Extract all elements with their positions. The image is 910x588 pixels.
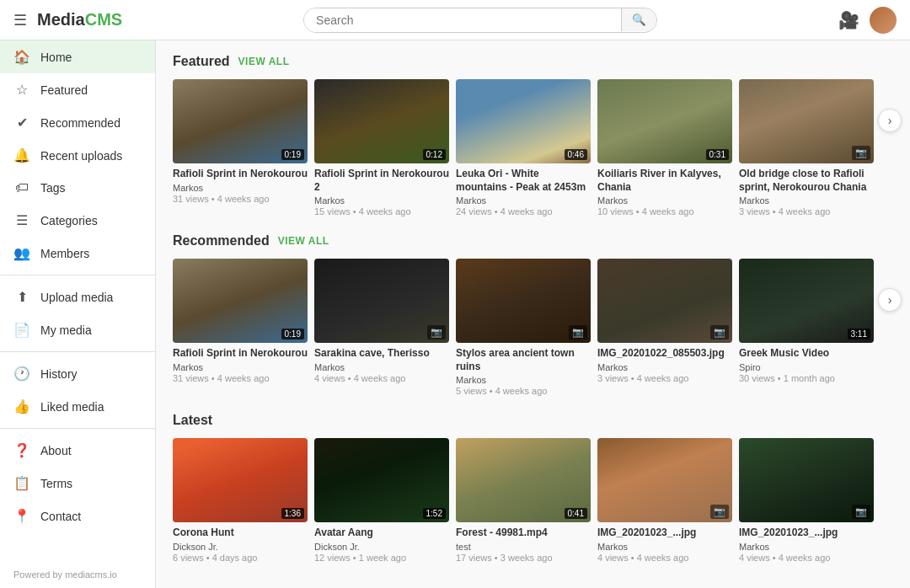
latest-thumb-0: 1:36 xyxy=(173,438,308,522)
search-bar: 🔍 xyxy=(303,8,657,33)
featured-card-3[interactable]: 0:31 Koiliaris River in Kalyves, Chania … xyxy=(597,79,732,216)
sidebar-divider-3 xyxy=(0,428,155,429)
latest-card-3[interactable]: 📷 IMG_20201023_...jpg Markos 4 views • 4… xyxy=(597,438,732,563)
recommended-thumb-1: 📷 xyxy=(314,259,449,343)
sidebar-label-my-media: My media xyxy=(40,323,92,337)
sidebar-item-recommended[interactable]: ✔ Recommended xyxy=(0,106,155,139)
contact-icon: 📍 xyxy=(13,508,30,524)
sidebar-item-contact[interactable]: 📍 Contact xyxy=(0,500,155,532)
thumbsup-icon: 👍 xyxy=(13,398,30,414)
sidebar-label-history: History xyxy=(40,367,78,381)
featured-card-2[interactable]: 0:46 Leuka Ori - White mountains - Peak … xyxy=(456,79,591,216)
latest-card-author-4: Markos xyxy=(739,542,874,552)
latest-card-2[interactable]: 0:41 Forest - 49981.mp4 test 17 views • … xyxy=(456,438,591,563)
recommended-card-3[interactable]: 📷 IMG_20201022_085503.jpg Markos 3 views… xyxy=(597,259,732,396)
latest-thumb-3: 📷 xyxy=(597,438,732,522)
photo-icon: 📷 xyxy=(852,146,870,160)
recommended-thumb-3: 📷 xyxy=(597,259,732,343)
sidebar-label-members: Members xyxy=(40,247,89,260)
featured-card-meta-0: 31 views • 4 weeks ago xyxy=(173,194,308,204)
recommended-thumb-2: 📷 xyxy=(456,259,591,343)
recommended-card-meta-0: 31 views • 4 weeks ago xyxy=(173,373,308,383)
recommended-card-meta-2: 5 views • 4 weeks ago xyxy=(456,386,591,396)
featured-thumb-2: 0:46 xyxy=(456,79,591,163)
latest-thumb-2: 0:41 xyxy=(456,438,591,522)
sidebar-item-featured[interactable]: ☆ Featured xyxy=(0,73,155,106)
recommended-card-author-1: Markos xyxy=(314,362,449,372)
sidebar-item-home[interactable]: 🏠 Home xyxy=(0,40,155,73)
recommended-card-0[interactable]: 0:19 Rafioli Sprint in Nerokourou Markos… xyxy=(173,259,308,396)
search-button[interactable]: 🔍 xyxy=(621,8,656,31)
recommended-section-header: Recommended VIEW ALL xyxy=(173,233,893,249)
latest-card-0[interactable]: 1:36 Corona Hunt Dickson Jr. 6 views • 4… xyxy=(173,438,308,563)
recommended-card-title-0: Rafioli Sprint in Nerokourou xyxy=(173,347,308,361)
latest-card-4[interactable]: 📷 IMG_20201023_...jpg Markos 4 views • 4… xyxy=(739,438,874,563)
duration-badge: 0:12 xyxy=(423,149,446,160)
featured-card-4[interactable]: 📷 Old bridge close to Rafioli sprint, Ne… xyxy=(739,79,874,216)
sidebar-item-recent-uploads[interactable]: 🔔 Recent uploads xyxy=(0,139,155,172)
latest-grid: 1:36 Corona Hunt Dickson Jr. 6 views • 4… xyxy=(173,438,893,563)
search-input[interactable] xyxy=(304,8,621,32)
content-area: Featured VIEW ALL 0:19 Rafioli Sprint in… xyxy=(156,40,910,588)
sidebar-label-categories: Categories xyxy=(40,214,98,227)
photo-icon: 📷 xyxy=(427,325,446,339)
featured-thumb-3: 0:31 xyxy=(597,79,732,163)
recommended-card-1[interactable]: 📷 Sarakina cave, Therisso Markos 4 views… xyxy=(314,259,449,396)
sidebar-item-about[interactable]: ❓ About xyxy=(0,434,155,467)
sidebar-item-upload-media[interactable]: ⬆ Upload media xyxy=(0,281,155,313)
latest-card-title-4: IMG_20201023_...jpg xyxy=(739,527,874,540)
sidebar-item-categories[interactable]: ☰ Categories xyxy=(0,204,155,237)
featured-card-meta-2: 24 views • 4 weeks ago xyxy=(456,206,591,216)
recommended-card-meta-1: 4 views • 4 weeks ago xyxy=(314,373,449,383)
latest-card-author-3: Markos xyxy=(597,542,732,552)
recommended-next-arrow[interactable]: › xyxy=(878,288,902,312)
recommended-card-4[interactable]: 3:11 Greek Music Video Spiro 30 views • … xyxy=(739,259,874,396)
sidebar-item-my-media[interactable]: 📄 My media xyxy=(0,313,155,346)
latest-card-meta-3: 4 views • 4 weeks ago xyxy=(597,553,732,563)
sidebar-item-history[interactable]: 🕐 History xyxy=(0,357,155,390)
featured-next-arrow[interactable]: › xyxy=(878,109,902,132)
featured-card-title-4: Old bridge close to Rafioli sprint, Nero… xyxy=(739,168,874,194)
video-upload-icon[interactable]: 🎥 xyxy=(838,10,859,30)
featured-thumb-4: 📷 xyxy=(739,79,874,163)
recommended-thumb-0: 0:19 xyxy=(173,259,308,343)
recommended-card-author-0: Markos xyxy=(173,362,308,372)
sidebar-divider-1 xyxy=(0,275,155,275)
duration-badge: 3:11 xyxy=(848,329,870,339)
featured-card-0[interactable]: 0:19 Rafioli Sprint in Nerokourou Markos… xyxy=(173,79,308,216)
terms-icon: 📋 xyxy=(13,475,30,491)
photo-icon: 📷 xyxy=(852,505,870,519)
recommended-title: Recommended xyxy=(173,233,270,249)
latest-card-1[interactable]: 1:52 Avatar Aang Dickson Jr. 12 views • … xyxy=(314,438,449,563)
recommended-view-all[interactable]: VIEW ALL xyxy=(278,235,329,247)
sidebar-item-liked-media[interactable]: 👍 Liked media xyxy=(0,390,155,423)
featured-view-all[interactable]: VIEW ALL xyxy=(238,56,290,67)
latest-card-meta-2: 17 views • 3 weeks ago xyxy=(456,553,591,563)
menu-icon[interactable]: ☰ xyxy=(13,11,27,29)
sidebar-item-tags[interactable]: 🏷 Tags xyxy=(0,172,155,204)
latest-card-meta-1: 12 views • 1 week ago xyxy=(314,553,449,563)
photo-icon: 📷 xyxy=(710,505,729,519)
sidebar-item-members[interactable]: 👥 Members xyxy=(0,237,155,270)
avatar[interactable] xyxy=(870,7,897,34)
recommended-card-author-2: Markos xyxy=(456,375,591,385)
featured-thumb-0: 0:19 xyxy=(173,79,308,163)
featured-card-title-1: Rafioli Sprint in Nerokourou 2 xyxy=(314,168,449,194)
sidebar-item-terms[interactable]: 📋 Terms xyxy=(0,467,155,500)
featured-card-author-1: Markos xyxy=(314,195,449,206)
file-icon: 📄 xyxy=(13,322,30,338)
sidebar-footer: Powered by mediacms.io xyxy=(0,561,155,588)
recommended-card-author-3: Markos xyxy=(597,362,732,372)
duration-badge: 0:41 xyxy=(565,508,587,519)
featured-thumb-1: 0:12 xyxy=(314,79,449,163)
recommended-card-2[interactable]: 📷 Stylos area ancient town ruins Markos … xyxy=(456,259,591,396)
sidebar-label-recommended: Recommended xyxy=(40,116,120,130)
members-icon: 👥 xyxy=(13,245,30,261)
featured-card-title-0: Rafioli Sprint in Nerokourou xyxy=(173,168,308,181)
featured-card-meta-1: 15 views • 4 weeks ago xyxy=(314,206,449,216)
featured-card-1[interactable]: 0:12 Rafioli Sprint in Nerokourou 2 Mark… xyxy=(314,79,449,216)
sidebar-label-contact: Contact xyxy=(40,510,81,523)
recommended-card-title-1: Sarakina cave, Therisso xyxy=(314,347,449,361)
latest-card-meta-0: 6 views • 4 days ago xyxy=(173,553,308,563)
latest-card-title-0: Corona Hunt xyxy=(173,527,308,540)
